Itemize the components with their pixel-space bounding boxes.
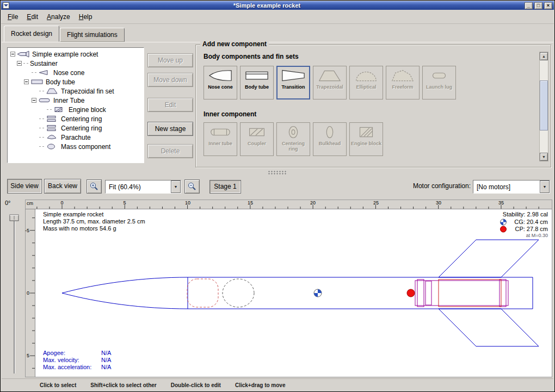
tree-item-label: Nose cone bbox=[53, 69, 84, 77]
tree-item-nose-cone[interactable]: Nose cone bbox=[9, 68, 143, 77]
zoom-in-button[interactable] bbox=[87, 179, 102, 194]
tree-item-label: Trapezoidal fin set bbox=[61, 88, 114, 95]
edit-button[interactable]: Edit bbox=[147, 98, 193, 112]
add-body-tube-button[interactable]: Body tube bbox=[240, 66, 274, 99]
tree-item-sustainer[interactable]: Sustainer bbox=[9, 59, 143, 68]
tree-item-label: Inner Tube bbox=[53, 97, 84, 104]
split-divider[interactable] bbox=[2, 170, 553, 176]
centering-ring-icon bbox=[46, 125, 59, 132]
close-button[interactable]: × bbox=[544, 2, 552, 9]
window-icon[interactable] bbox=[3, 2, 9, 9]
scroll-down-button[interactable]: ▼ bbox=[540, 153, 548, 161]
stage-1-toggle[interactable]: Stage 1 bbox=[209, 180, 241, 194]
tab-flight-simulations[interactable]: Flight simulations bbox=[60, 28, 125, 42]
transition-shape-icon bbox=[281, 68, 306, 83]
add-centering-ring-button[interactable]: Centering ring bbox=[276, 122, 310, 156]
collapse-icon[interactable] bbox=[10, 52, 15, 57]
tree-item-engine-block[interactable]: Engine block bbox=[9, 105, 143, 114]
hint-drag: Click+drag to move bbox=[235, 382, 286, 388]
tree-connector bbox=[23, 63, 28, 64]
cp-marker bbox=[407, 289, 415, 297]
tree-item-parachute[interactable]: Parachute bbox=[9, 133, 143, 142]
add-bulkhead-button[interactable]: Bulkhead bbox=[313, 122, 347, 156]
add-engine-block-button[interactable]: Engine block bbox=[349, 122, 383, 156]
tree-item-label: Centering ring bbox=[61, 115, 102, 123]
add-freeform-fin-button[interactable]: Freeform bbox=[386, 66, 420, 99]
chevron-down-icon[interactable]: ▼ bbox=[171, 181, 181, 193]
zoom-out-button[interactable] bbox=[184, 179, 200, 194]
menu-edit[interactable]: Edit bbox=[22, 11, 42, 23]
rotation-slider-thumb[interactable] bbox=[10, 215, 18, 221]
tree-item-fin-set[interactable]: Trapezoidal fin set bbox=[9, 86, 143, 96]
rocket-canvas[interactable]: 0° cm 0 5 10 15 20 bbox=[1, 196, 555, 378]
svg-text:Max. acceleration:: Max. acceleration: bbox=[43, 364, 91, 370]
rocket-dimensions: Length 37.5 cm, max. diameter 2.5 cm bbox=[43, 218, 145, 225]
add-elliptical-fin-button[interactable]: Elliptical bbox=[349, 66, 383, 99]
chevron-down-icon[interactable]: ▼ bbox=[540, 181, 550, 193]
scroll-up-button[interactable]: ▲ bbox=[540, 52, 548, 60]
svg-text:25: 25 bbox=[373, 200, 379, 206]
elliptical-fin-shape-icon bbox=[354, 68, 379, 83]
add-coupler-button[interactable]: Coupler bbox=[240, 122, 274, 156]
add-launch-lug-button[interactable]: Launch lug bbox=[422, 66, 456, 99]
menu-analyze[interactable]: Analyze bbox=[42, 11, 75, 23]
rocket-mass: Mass with no motors 54.6 g bbox=[43, 225, 116, 232]
app-window: *Simple example rocket _ □ × File Edit A… bbox=[0, 0, 555, 392]
move-down-button[interactable]: Move down bbox=[147, 73, 193, 87]
svg-text:0: 0 bbox=[60, 200, 63, 206]
collapse-icon[interactable] bbox=[32, 98, 36, 103]
menu-file[interactable]: File bbox=[3, 11, 22, 23]
svg-text:30: 30 bbox=[436, 200, 441, 206]
main-tabs: Rocket design Flight simulations bbox=[4, 25, 125, 42]
collapse-icon[interactable] bbox=[24, 79, 29, 84]
drawing-area[interactable] bbox=[35, 209, 552, 377]
zoom-select[interactable]: Fit (60.4%) ▼ bbox=[105, 180, 181, 194]
view-toolbar: Side view Back view Fit (60.4%) ▼ Stage … bbox=[2, 176, 553, 196]
rotation-slider[interactable] bbox=[10, 215, 18, 374]
add-nose-cone-button[interactable]: Nose cone bbox=[203, 66, 237, 99]
move-up-button[interactable]: Move up bbox=[147, 53, 193, 67]
add-inner-tube-button[interactable]: Inner tube bbox=[203, 122, 237, 156]
inner-component-label: Inner component bbox=[203, 110, 256, 118]
svg-text:N/A: N/A bbox=[101, 350, 112, 356]
delete-button[interactable]: Delete bbox=[147, 144, 193, 158]
maximize-button[interactable]: □ bbox=[534, 2, 542, 9]
back-view-button[interactable]: Back view bbox=[44, 179, 81, 194]
mass-component-icon bbox=[46, 143, 59, 150]
zoom-value: Fit (60.4%) bbox=[106, 183, 171, 191]
tree-item-mass-component[interactable]: Mass component bbox=[9, 142, 143, 151]
tree-item-rocket[interactable]: Simple example rocket bbox=[9, 49, 143, 59]
engine-block-icon bbox=[53, 106, 66, 113]
tab-rocket-design[interactable]: Rocket design bbox=[4, 26, 59, 42]
minimize-button[interactable]: _ bbox=[525, 2, 533, 9]
new-stage-button[interactable]: New stage bbox=[147, 122, 193, 136]
tree-item-centering-ring-1[interactable]: Centering ring bbox=[9, 114, 143, 123]
horizontal-ruler: cm 0 5 10 15 20 25 30 35 bbox=[26, 200, 552, 209]
bulkhead-shape-icon bbox=[317, 125, 342, 140]
collapse-icon[interactable] bbox=[17, 61, 22, 66]
tree-connector bbox=[47, 109, 52, 110]
stability-value: Stability: 2.98 cal bbox=[503, 211, 548, 217]
svg-text:Apogee:: Apogee: bbox=[43, 350, 65, 356]
tree-item-centering-ring-2[interactable]: Centering ring bbox=[9, 123, 143, 133]
parachute-icon bbox=[46, 134, 59, 141]
window-title: *Simple example rocket bbox=[11, 2, 523, 9]
add-transition-button[interactable]: Transition bbox=[276, 66, 310, 99]
tree-item-inner-tube[interactable]: Inner Tube bbox=[9, 96, 143, 105]
add-trapezoidal-fin-button[interactable]: Trapezoidal bbox=[313, 66, 347, 99]
motor-configuration-label: Motor configuration: bbox=[413, 182, 471, 190]
side-view-button[interactable]: Side view bbox=[7, 179, 42, 194]
nose-cone-shape-icon bbox=[208, 68, 233, 83]
motor-configuration-select[interactable]: [No motors] ▼ bbox=[473, 180, 550, 194]
engine-block-shape-icon bbox=[354, 125, 379, 140]
menu-help[interactable]: Help bbox=[75, 11, 97, 23]
tree-item-label: Sustainer bbox=[30, 60, 58, 67]
tree-item-label: Simple example rocket bbox=[32, 51, 98, 58]
component-scrollbar[interactable]: ▲ ▼ bbox=[539, 52, 548, 161]
scrollbar-thumb[interactable] bbox=[540, 80, 548, 130]
nose-cone-icon bbox=[38, 69, 51, 76]
rotation-value: 0° bbox=[5, 200, 11, 206]
centering-ring-icon bbox=[46, 115, 59, 122]
tree-item-body-tube[interactable]: Body tube bbox=[9, 77, 143, 86]
tree-connector bbox=[39, 128, 44, 128]
